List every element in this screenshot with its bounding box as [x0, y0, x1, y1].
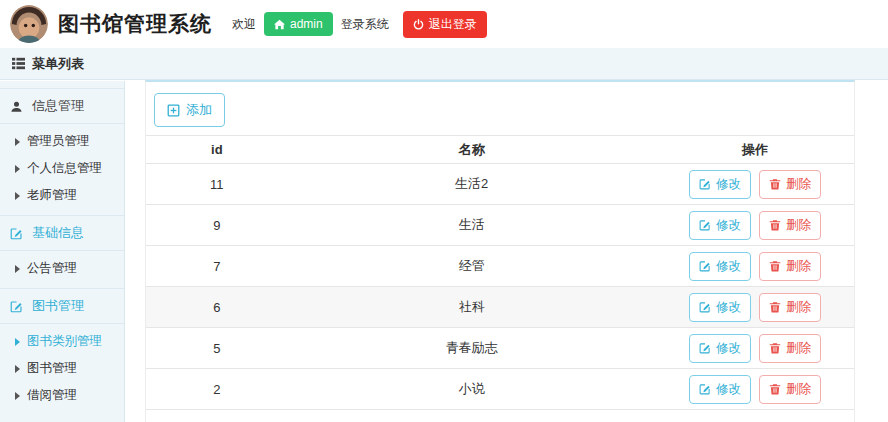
trash-icon [769, 342, 781, 354]
username-badge[interactable]: admin [264, 12, 333, 36]
trash-icon [769, 383, 781, 395]
cell-name: 社科 [288, 287, 656, 328]
cell-name: 生活2 [288, 164, 656, 205]
avatar [10, 5, 48, 43]
cell-name: 经管 [288, 246, 656, 287]
cell-id: 5 [146, 328, 288, 369]
table-row: 9 生活 修改 [146, 205, 854, 246]
add-button-label: 添加 [186, 101, 212, 119]
caret-right-icon [15, 392, 20, 400]
table-row: 7 经管 修改 [146, 246, 854, 287]
sidebar: 信息管理 管理员管理 个人信息管理 老师管理 基础信息 公告管理 图书管理 图书… [0, 81, 125, 422]
sidebar-section: 图书管理 图书类别管理 图书管理 借阅管理 [0, 288, 124, 415]
caret-right-icon [15, 365, 20, 373]
login-system-label: 登录系统 [341, 16, 389, 33]
trash-icon [769, 178, 781, 190]
menu-list-bar: 菜单列表 [0, 48, 888, 80]
menu-list-label: 菜单列表 [32, 55, 84, 73]
list-icon [12, 57, 25, 70]
cell-id: 6 [146, 287, 288, 328]
welcome-label: 欢迎 [232, 16, 256, 33]
edit-icon [10, 227, 23, 240]
app-header: 图书馆管理系统 欢迎 admin 登录系统 退出登录 [0, 0, 888, 48]
col-header-op: 操作 [656, 136, 854, 164]
delete-button[interactable]: 删除 [759, 334, 821, 363]
table-row: 6 社科 修改 [146, 287, 854, 328]
home-icon [274, 19, 285, 30]
caret-right-icon [15, 138, 20, 146]
cell-name: 小说 [288, 369, 656, 410]
delete-button[interactable]: 删除 [759, 293, 821, 322]
caret-right-icon [15, 192, 20, 200]
power-icon [413, 19, 424, 30]
plus-square-icon [167, 104, 180, 117]
cell-id: 11 [146, 164, 288, 205]
user-icon [10, 100, 23, 113]
delete-button[interactable]: 删除 [759, 375, 821, 404]
col-header-id: id [146, 136, 288, 164]
cell-id: 2 [146, 369, 288, 410]
sidebar-section-header[interactable]: 信息管理 [0, 88, 124, 124]
edit-icon [10, 300, 23, 313]
edit-button[interactable]: 修改 [689, 375, 751, 404]
sidebar-section-header[interactable]: 基础信息 [0, 215, 124, 251]
sidebar-item[interactable]: 图书类别管理 [0, 328, 124, 355]
sidebar-section: 基础信息 公告管理 [0, 215, 124, 288]
sidebar-section: 信息管理 管理员管理 个人信息管理 老师管理 [0, 88, 124, 215]
edit-button[interactable]: 修改 [689, 293, 751, 322]
add-button[interactable]: 添加 [154, 93, 225, 127]
cell-id: 9 [146, 205, 288, 246]
trash-icon [769, 219, 781, 231]
content-panel: 添加 id 名称 操作 11 生活2 修 [145, 80, 855, 422]
table-row: 5 青春励志 修改 [146, 328, 854, 369]
cell-id: 7 [146, 246, 288, 287]
trash-icon [769, 260, 781, 272]
pagination: 下一页 末页 [146, 410, 854, 422]
pencil-square-icon [699, 383, 711, 395]
category-table: id 名称 操作 11 生活2 修改 [146, 135, 854, 410]
edit-button[interactable]: 修改 [689, 211, 751, 240]
caret-right-icon [15, 338, 20, 346]
table-body: 11 生活2 修改 [146, 164, 854, 410]
table-row: 11 生活2 修改 [146, 164, 854, 205]
logout-label: 退出登录 [429, 16, 477, 33]
sidebar-item[interactable]: 图书管理 [0, 355, 124, 382]
caret-right-icon [15, 165, 20, 173]
trash-icon [769, 301, 781, 313]
sidebar-item[interactable]: 个人信息管理 [0, 155, 124, 182]
pencil-square-icon [699, 342, 711, 354]
delete-button[interactable]: 删除 [759, 170, 821, 199]
col-header-name: 名称 [288, 136, 656, 164]
sidebar-item[interactable]: 公告管理 [0, 255, 124, 282]
pencil-square-icon [699, 219, 711, 231]
edit-button[interactable]: 修改 [689, 334, 751, 363]
caret-right-icon [15, 265, 20, 273]
delete-button[interactable]: 删除 [759, 211, 821, 240]
logout-button[interactable]: 退出登录 [403, 11, 487, 38]
cell-name: 青春励志 [288, 328, 656, 369]
username-label: admin [290, 17, 323, 31]
table-row: 2 小说 修改 [146, 369, 854, 410]
sidebar-item[interactable]: 借阅管理 [0, 382, 124, 409]
cell-name: 生活 [288, 205, 656, 246]
edit-button[interactable]: 修改 [689, 170, 751, 199]
sidebar-item[interactable]: 管理员管理 [0, 128, 124, 155]
page-title: 图书馆管理系统 [58, 10, 212, 38]
sidebar-section-header[interactable]: 图书管理 [0, 288, 124, 324]
pencil-square-icon [699, 301, 711, 313]
sidebar-sections: 信息管理 管理员管理 个人信息管理 老师管理 基础信息 公告管理 图书管理 图书… [0, 88, 124, 415]
edit-button[interactable]: 修改 [689, 252, 751, 281]
pencil-square-icon [699, 178, 711, 190]
delete-button[interactable]: 删除 [759, 252, 821, 281]
sidebar-item[interactable]: 老师管理 [0, 182, 124, 209]
pencil-square-icon [699, 260, 711, 272]
